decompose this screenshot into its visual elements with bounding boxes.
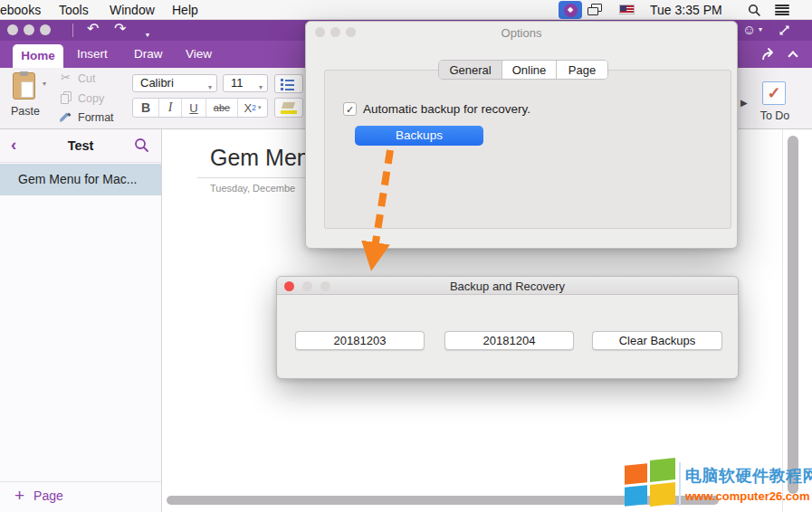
bullet-list-button[interactable] bbox=[274, 74, 303, 93]
add-page-label: Page bbox=[33, 488, 63, 503]
dialog-title: Options bbox=[306, 26, 737, 40]
titlebar-divider bbox=[72, 24, 73, 37]
format-brush-icon bbox=[58, 109, 72, 124]
underline-button[interactable]: U bbox=[182, 99, 206, 117]
search-icon[interactable] bbox=[134, 137, 149, 153]
subscript-2: 2 bbox=[252, 103, 256, 112]
paste-caret-icon[interactable]: ▾ bbox=[43, 80, 46, 88]
font-name-value: Calibri bbox=[140, 76, 174, 90]
text-format-toolbar: B I U abe X2▾ bbox=[132, 98, 268, 118]
quick-access-caret-icon[interactable]: ▼ bbox=[143, 24, 152, 41]
watermark-site-name: 电脑软硬件教程网 bbox=[685, 465, 812, 487]
clear-backups-button[interactable]: Clear Backups bbox=[592, 331, 722, 350]
fullscreen-icon[interactable] bbox=[779, 24, 790, 36]
backup-20181203-button[interactable]: 20181203 bbox=[295, 331, 425, 350]
backup-recovery-window: Backup and Recovery 20181203 20181204 Cl… bbox=[276, 276, 739, 379]
subscript-button[interactable]: X2▾ bbox=[238, 99, 267, 117]
gem-app-icon[interactable]: ◆ bbox=[559, 1, 582, 19]
watermark: 电脑软硬件教程网 www.computer26.com bbox=[623, 458, 812, 510]
menubar-item-window[interactable]: Window bbox=[110, 3, 155, 17]
menubar-item-tools[interactable]: Tools bbox=[59, 3, 89, 17]
feedback-smiley-icon[interactable]: ☺ bbox=[742, 22, 756, 37]
watermark-divider bbox=[679, 462, 681, 506]
strikethrough-button[interactable]: abe bbox=[206, 99, 238, 117]
format-button[interactable]: Format bbox=[78, 111, 114, 124]
page-list-item-selected[interactable]: Gem Menu for Mac... bbox=[0, 164, 161, 195]
copy-icon bbox=[61, 91, 72, 104]
cut-button[interactable]: Cut bbox=[78, 72, 95, 85]
tab-home[interactable]: Home bbox=[13, 44, 63, 68]
backup-window-title: Backup and Recovery bbox=[277, 280, 738, 293]
tab-page[interactable]: Page bbox=[557, 61, 607, 79]
bold-button[interactable]: B bbox=[133, 99, 159, 117]
options-tab-panel bbox=[324, 70, 731, 229]
windows-logo-icon bbox=[623, 458, 675, 510]
screen: ebooks Tools Window Help ◆ Tue 3:35 PM ↶… bbox=[0, 0, 812, 512]
page-date: Tuesday, Decembe bbox=[210, 183, 295, 194]
displays-icon[interactable] bbox=[588, 4, 603, 15]
add-page-button[interactable]: + Page bbox=[14, 488, 63, 504]
plus-icon: + bbox=[14, 488, 24, 504]
undo-icon[interactable]: ↶ bbox=[87, 20, 99, 37]
us-flag-icon[interactable] bbox=[619, 5, 635, 14]
collapse-ribbon-icon[interactable] bbox=[788, 51, 798, 61]
chevron-down-icon: ▾ bbox=[259, 80, 263, 96]
menubar-item-help[interactable]: Help bbox=[172, 3, 198, 17]
options-dialog: Options General Online Page ✓ Automatic … bbox=[305, 21, 738, 249]
font-name-select[interactable]: Calibri ▾ bbox=[132, 74, 217, 92]
options-tab-control: General Online Page bbox=[438, 60, 608, 80]
macos-menubar: ebooks Tools Window Help ◆ Tue 3:35 PM bbox=[0, 0, 812, 20]
paste-clipboard-icon[interactable] bbox=[13, 72, 35, 100]
sidebar-divider bbox=[0, 481, 161, 482]
smiley-caret-icon: ▾ bbox=[759, 25, 762, 33]
ribbon-overflow-arrow-icon[interactable]: ▶ bbox=[740, 98, 748, 108]
subscript-x: X bbox=[244, 101, 252, 115]
chevron-down-icon: ▾ bbox=[208, 80, 212, 96]
automatic-backup-checkbox[interactable]: ✓ bbox=[343, 102, 357, 116]
notification-center-icon[interactable] bbox=[775, 5, 789, 15]
tab-general[interactable]: General bbox=[439, 61, 502, 79]
backup-window-titlebar: Backup and Recovery bbox=[277, 277, 738, 295]
bullet-list-icon bbox=[281, 79, 302, 81]
scissors-icon: ✂ bbox=[61, 71, 71, 84]
copy-button[interactable]: Copy bbox=[78, 92, 104, 105]
sidebar-header: ‹ Test bbox=[0, 129, 161, 163]
menubar-item-notebooks[interactable]: ebooks bbox=[0, 3, 41, 17]
todo-checkbox-icon[interactable]: ✓ bbox=[762, 81, 786, 105]
close-button[interactable] bbox=[7, 24, 18, 35]
minimize-button[interactable] bbox=[24, 24, 34, 35]
backups-button[interactable]: Backups bbox=[355, 126, 483, 146]
gem-icon: ◆ bbox=[564, 4, 578, 17]
font-size-select[interactable]: 11 ▾ bbox=[223, 74, 268, 92]
page-list-sidebar: ‹ Test Gem Menu for Mac... + Page bbox=[0, 129, 162, 512]
tab-draw[interactable]: Draw bbox=[134, 41, 163, 68]
font-size-value: 11 bbox=[231, 76, 244, 90]
highlighter-button[interactable] bbox=[274, 98, 303, 118]
tab-view[interactable]: View bbox=[186, 41, 212, 68]
content-edge-divider bbox=[782, 129, 783, 512]
chevron-down-icon: ▾ bbox=[258, 104, 262, 111]
todo-button-label[interactable]: To Do bbox=[759, 109, 791, 122]
zoom-button[interactable] bbox=[40, 24, 51, 35]
share-icon[interactable] bbox=[760, 47, 779, 62]
menubar-clock[interactable]: Tue 3:35 PM bbox=[650, 3, 722, 17]
backup-20181204-button[interactable]: 20181204 bbox=[444, 331, 574, 350]
italic-button[interactable]: I bbox=[159, 99, 182, 117]
tab-insert[interactable]: Insert bbox=[77, 41, 108, 68]
page-title: Gem Men bbox=[210, 145, 310, 171]
paste-button-label[interactable]: Paste bbox=[7, 105, 43, 118]
search-icon[interactable] bbox=[748, 4, 761, 17]
highlighter-icon bbox=[282, 102, 295, 109]
automatic-backup-label: Automatic backup for recovery. bbox=[363, 102, 530, 116]
vertical-scrollbar[interactable] bbox=[788, 136, 798, 494]
tab-online[interactable]: Online bbox=[502, 61, 557, 79]
redo-icon[interactable]: ↷ bbox=[114, 20, 126, 37]
watermark-site-url[interactable]: www.computer26.com bbox=[685, 489, 812, 503]
